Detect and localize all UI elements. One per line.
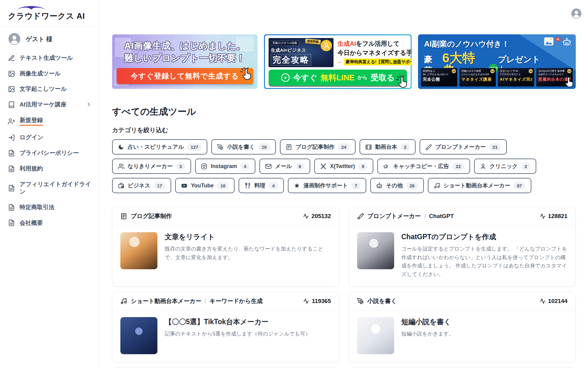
chip-label: Instagram [211, 163, 237, 170]
instagram-icon [201, 163, 207, 170]
sidebar-item-company[interactable]: 会社概要 [8, 215, 93, 231]
brand-name: クラウドワークス AI [8, 11, 85, 21]
tool-card-grid: ブログ記事制作205132文章をリライト既存の文章の書き方を変えたり、新たなワー… [112, 207, 576, 368]
brand-swoosh-icon [13, 5, 50, 10]
category-chip-roleplay[interactable]: なりきりメーカー3 [112, 159, 191, 174]
banner2-thumbnail: 究極のズボラAI画集 超有料級 生成AI×ビジネス 完全攻略 [269, 38, 334, 67]
chip-label: 占い・スピリチュアル [128, 143, 184, 151]
sidebar-item-text-tool[interactable]: テキスト生成ツール [8, 50, 93, 66]
chip-count-badge: 6 [295, 163, 304, 170]
youtube-icon [181, 182, 187, 189]
sidebar-item-ai-marketing-course[interactable]: AI活用マーケ講座 [8, 97, 93, 113]
category-chip-catchcopy[interactable]: キャッチコピー・広告22 [377, 159, 470, 174]
category-chip-novel[interactable]: 小説を書く16 [211, 139, 276, 155]
hand-cursor-icon [562, 75, 575, 88]
category-chip-manga[interactable]: 漫画制作サポート7 [288, 178, 367, 193]
page-title: すべての生成ツール [112, 105, 576, 118]
usage-count: 119365 [303, 298, 331, 305]
tool-thumbnail [120, 232, 157, 269]
banner-ai-image-generation[interactable]: AI画像生成、はじめました。 難しいプロンプト一切不要！ 今すぐ登録して無料で生… [112, 34, 258, 89]
tool-subcategory: ChatGPT [429, 213, 454, 220]
activity-icon [540, 298, 546, 304]
tool-description: 記事のテキストから5選を作成します（何のジャンルでも可） [165, 330, 311, 338]
tool-title: 【〇〇5選】TikTok台本メーカー [165, 317, 311, 327]
chip-label: ブログ記事制作 [296, 143, 334, 151]
category-chip-blog[interactable]: ブログ記事制作24 [280, 139, 356, 155]
usage-count: 102144 [540, 298, 567, 305]
banner-ai-side-job[interactable]: AI AI副業のノウハウ付き！ 豪華 6大特典 LINEで プレゼント中 再現性… [418, 34, 576, 89]
chip-count-badge: 17 [154, 182, 166, 190]
tool-card-rewrite[interactable]: ブログ記事制作205132文章をリライト既存の文章の書き方を変えたり、新たなワー… [112, 207, 339, 287]
pen-icon [357, 298, 364, 305]
arrow-left-icon: ← [337, 59, 343, 65]
banner1-headline-2: 難しいプロンプト一切不要！ [112, 52, 258, 64]
category-chip-cooking[interactable]: 料理4 [239, 178, 284, 193]
chip-label: 動画台本 [375, 143, 397, 151]
sidebar-item-privacy-policy[interactable]: プライバシーポリシー [8, 145, 93, 161]
brand-logo[interactable]: クラウドワークス AI [0, 0, 99, 26]
tool-card-header: プロンプトメーカー/ChatGPT128821 [349, 207, 576, 226]
tool-card-header: ショート動画台本メーカー/キーワードから生成119365 [112, 292, 339, 311]
music-icon [120, 298, 127, 305]
category-chip-business[interactable]: ビジネス17 [112, 178, 171, 193]
chip-label: X(Twitter) [330, 163, 355, 170]
sidebar-item-label: ゲスト 様 [26, 35, 52, 43]
sidebar-item-guest[interactable]: ゲスト 様 [8, 30, 93, 50]
hand-cursor-icon [395, 75, 409, 89]
category-chip-mail[interactable]: メール6 [259, 159, 310, 174]
sidebar-item-affiliate-guideline[interactable]: アフィリエイトガイドライン [8, 177, 93, 200]
tool-card-short-novel[interactable]: 小説を書く102144短編小説を書く短編小説をかきます。 [349, 292, 576, 362]
chip-count-badge: 26 [406, 182, 418, 190]
tool-info: 【〇〇5選】TikTok台本メーカー記事のテキストから5選を作成します（何のジャ… [165, 317, 311, 354]
category-chip-others[interactable]: その他26 [370, 178, 424, 193]
chevron-right-icon [86, 102, 92, 108]
pen-icon [217, 144, 224, 150]
tool-card-chatgpt-prompt[interactable]: プロンプトメーカー/ChatGPT128821ChatGPTのプロンプトを作成ゴ… [349, 207, 576, 287]
blog-icon [120, 213, 127, 220]
banner1-register-button[interactable]: 今すぐ登録して無料で生成する [117, 68, 253, 84]
tool-description: 短編小説をかきます。 [401, 330, 454, 338]
sidebar-item-commercial-law[interactable]: 特定商取引法 [8, 200, 93, 215]
banner2-line-button[interactable]: 今すぐ無料LINEから受取る [269, 70, 407, 86]
brush-icon [357, 213, 364, 220]
tool-card-header: 小説を書く102144 [349, 292, 576, 311]
tool-card-body: 【〇〇5選】TikTok台本メーカー記事のテキストから5選を作成します（何のジャ… [112, 311, 339, 362]
category-chip-clinic[interactable]: クリニック2 [474, 159, 536, 174]
chip-count-badge: 16 [217, 182, 229, 190]
category-chip-short-video[interactable]: ショート動画台本メーカー87 [428, 178, 531, 193]
brand-logo-inner: クラウドワークス AI [8, 5, 85, 21]
sidebar-item-label: 利用規約 [20, 165, 43, 173]
tool-card-tiktok-script[interactable]: ショート動画台本メーカー/キーワードから生成119365【〇〇5選】TikTok… [112, 292, 339, 362]
sidebar-item-image-tool[interactable]: 画像生成ツール [8, 66, 93, 82]
banner2-thumb-line2: 完全攻略 [271, 54, 311, 66]
tool-card-header: ブログ記事制作205132 [112, 207, 339, 226]
robot-icon [376, 182, 383, 189]
sidebar-item-label: 画像生成ツール [20, 70, 61, 78]
pencil-icon [8, 55, 15, 62]
file-text-icon [8, 204, 15, 211]
sidebar-item-terms[interactable]: 利用規約 [8, 161, 93, 177]
activity-icon [303, 298, 309, 304]
file-text-icon [8, 219, 15, 226]
category-chip-fortune[interactable]: 占い・スピリチュアル127 [112, 139, 207, 155]
sidebar-item-transcription-tool[interactable]: 文字起こしツール [8, 81, 93, 97]
tool-title: 短編小説を書く [401, 317, 454, 327]
banner-line-monetize[interactable]: 究極のズボラAI画集 超有料級 生成AI×ビジネス 完全攻略 生成AIをフル活用… [264, 34, 411, 89]
category-chip-video-script[interactable]: 動画台本2 [360, 139, 416, 155]
blog-icon [286, 144, 292, 150]
ad-banner-row: AI画像生成、はじめました。 難しいプロンプト一切不要！ 今すぐ登録して無料で生… [112, 34, 576, 89]
usage-count: 205132 [303, 213, 331, 220]
category-chip-prompt-maker[interactable]: プロンプトメーカー21 [420, 139, 507, 155]
category-chip-instagram[interactable]: Instagram4 [195, 159, 255, 174]
category-chip-row: ビジネス17YouTube16料理4漫画制作サポート7その他26ショート動画台本… [112, 178, 576, 193]
category-chip-x-twitter[interactable]: X(Twitter)9 [314, 159, 373, 174]
tool-info: ChatGPTのプロンプトを作成ゴールを設定するとプロンプトを生成します。 「ど… [401, 232, 568, 278]
book-icon [8, 101, 15, 108]
hand-cursor-icon [239, 67, 253, 81]
category-chip-youtube[interactable]: YouTube16 [175, 178, 235, 193]
chip-count-badge: 21 [489, 143, 501, 151]
tool-title: 文章をリライト [165, 232, 331, 242]
sidebar-item-signup[interactable]: 新規登録 [8, 113, 93, 130]
user-avatar-icon[interactable] [571, 8, 582, 19]
sidebar-item-login[interactable]: ログイン [8, 130, 93, 145]
